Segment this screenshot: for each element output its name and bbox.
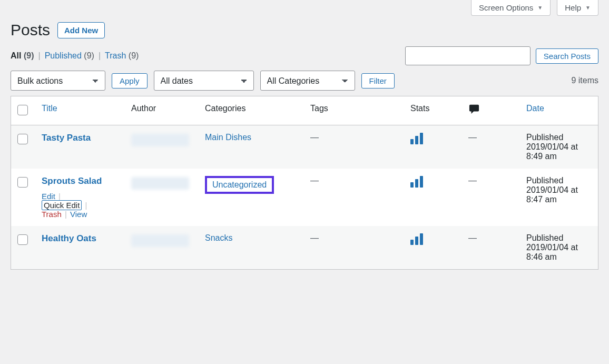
date-status: Published [526,176,592,185]
separator: | [99,51,101,61]
date-line: 2019/01/04 at 8:46 am [526,243,592,262]
search-input[interactable] [405,46,531,65]
post-title-link[interactable]: Tasty Pasta [42,133,91,143]
date-filter-select[interactable]: All dates [154,71,254,91]
chevron-down-icon: ▼ [537,5,543,11]
tags-cell: — [310,233,319,242]
column-author: Author [125,96,199,125]
date-status: Published [526,133,592,142]
screen-options-button[interactable]: Screen Options ▼ [471,0,551,16]
stats-icon[interactable] [410,176,423,188]
status-filter-links: All (9) | Published (9) | Trash (9) [11,51,405,61]
stats-icon[interactable] [410,133,423,144]
column-stats: Stats [404,96,462,125]
comment-icon [468,104,480,114]
date-status: Published [526,233,592,243]
category-link[interactable]: Snacks [205,233,232,242]
screen-options-label: Screen Options [479,3,533,12]
select-all-checkbox[interactable] [17,105,28,115]
stats-icon[interactable] [410,233,423,245]
chevron-down-icon: ▼ [585,5,591,11]
date-line: 2019/01/04 at 8:47 am [526,185,592,204]
help-button[interactable]: Help ▼ [557,0,598,16]
row-checkbox[interactable] [17,134,28,144]
table-row: Healthy Oats Snacks — — Published 2019/0… [11,226,598,269]
column-tags: Tags [304,96,404,125]
row-actions: Edit | Quick Edit | Trash | View [42,192,119,219]
edit-link[interactable]: Edit [42,192,55,201]
help-label: Help [565,3,581,12]
apply-button[interactable]: Apply [112,73,148,88]
column-date[interactable]: Date [526,104,544,113]
page-title: Posts [11,21,50,39]
separator: | [38,51,40,61]
tags-cell: — [310,133,319,142]
comments-cell: — [468,233,477,242]
filter-all[interactable]: All (9) [11,51,34,61]
trash-link[interactable]: Trash [42,210,62,219]
date-line: 2019/01/04 at 8:49 am [526,142,592,161]
post-title-link[interactable]: Healthy Oats [42,233,96,243]
posts-table: Title Author Categories Tags Stats Date … [11,96,598,270]
post-title-link[interactable]: Sprouts Salad [42,176,102,186]
column-title[interactable]: Title [42,104,57,113]
tags-cell: — [310,176,319,185]
comments-cell: — [468,133,477,142]
filter-button[interactable]: Filter [361,73,395,88]
quick-edit-link[interactable]: Quick Edit [42,200,82,210]
filter-published[interactable]: Published (9) [45,51,94,61]
table-row: Tasty Pasta Main Dishes — — Published 20… [11,125,598,169]
filter-trash[interactable]: Trash (9) [105,51,139,61]
column-comments [462,96,520,125]
search-posts-button[interactable]: Search Posts [536,48,598,64]
category-link[interactable]: Uncategorized [212,180,267,189]
row-checkbox[interactable] [17,234,28,245]
table-row: Sprouts Salad Edit | Quick Edit | Trash … [11,169,598,226]
bulk-actions-select[interactable]: Bulk actions [11,71,105,91]
row-checkbox[interactable] [17,177,28,188]
column-categories: Categories [199,96,304,125]
author-cell [131,177,189,190]
comments-cell: — [468,176,477,185]
items-count: 9 items [571,76,598,85]
highlight-box: Uncategorized [205,176,274,194]
author-cell [131,234,189,247]
author-cell [131,134,189,146]
add-new-button[interactable]: Add New [57,22,105,38]
category-link[interactable]: Main Dishes [205,133,251,142]
view-link[interactable]: View [70,210,87,219]
category-filter-select[interactable]: All Categories [260,71,355,91]
